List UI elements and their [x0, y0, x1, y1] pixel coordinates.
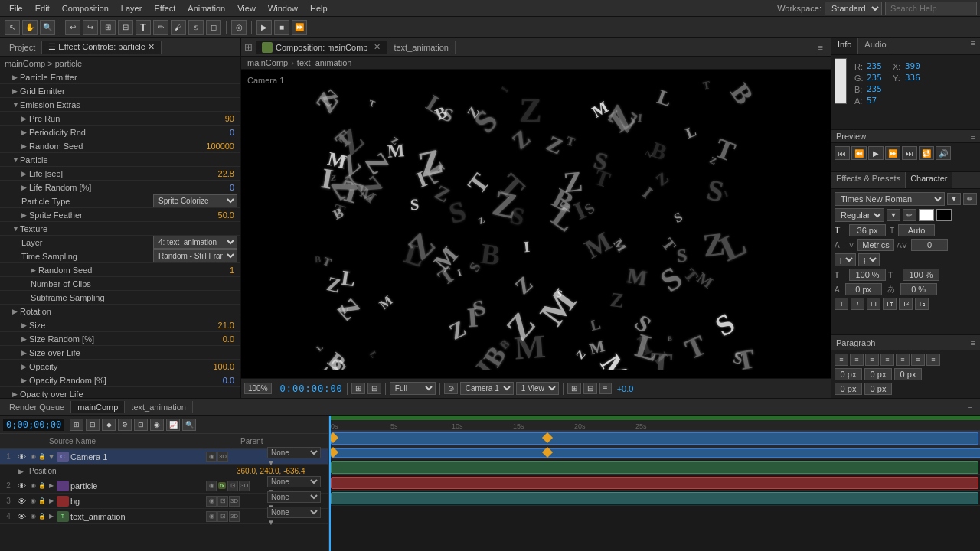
char-tsuku-input[interactable] — [900, 283, 937, 295]
menu-effect[interactable]: Effect — [148, 2, 181, 15]
tl-layer-vis-3[interactable]: 👁 — [15, 497, 28, 506]
tl-layer-solo-2[interactable]: ◉ — [28, 482, 38, 489]
tl-parent-select-1[interactable]: None — [267, 447, 321, 458]
ec-row-particle-emitter[interactable]: ▶ Particle Emitter — [0, 70, 240, 84]
char-paint-icon2[interactable]: ✏ — [903, 209, 916, 221]
workspace-select[interactable]: Standard — [825, 2, 882, 15]
ec-row-opacity-over-life[interactable]: ▶ Opacity over Life — [0, 387, 240, 398]
para-space-before[interactable] — [835, 383, 862, 395]
tl-icon-blend-4[interactable]: ⊡ — [217, 511, 228, 522]
tab-text-animation[interactable]: text_animation — [387, 41, 456, 54]
menu-window[interactable]: Window — [262, 2, 304, 15]
tl-parent-select-4[interactable]: None — [267, 507, 321, 518]
triangle-texture-seed[interactable]: ▶ — [31, 266, 38, 274]
para-space-after[interactable] — [864, 383, 892, 395]
vc-mask-btn[interactable]: ⊙ — [444, 383, 458, 394]
triangle-opacity-random[interactable]: ▶ — [21, 377, 29, 384]
tab-effects-presets[interactable]: Effects & Presets — [831, 172, 906, 188]
vc-view-select[interactable]: 1 View — [516, 382, 559, 395]
ec-value-random-seed[interactable]: 100000 — [188, 142, 234, 151]
tl-icon-motion-3[interactable]: ◉ — [206, 496, 217, 507]
triangle-rotation[interactable]: ▶ — [12, 308, 20, 315]
triangle-particle-emitter[interactable]: ▶ — [12, 73, 20, 81]
breadcrumb-main[interactable]: mainComp — [247, 58, 288, 67]
toolbar-stop[interactable]: ■ — [274, 20, 289, 35]
triangle-life-random[interactable]: ▶ — [21, 184, 29, 191]
toolbar-redo[interactable]: ↪ — [83, 20, 98, 35]
tl-expand-4[interactable]: ▶ — [49, 513, 54, 520]
char-style-menu[interactable]: ▼ — [887, 209, 900, 221]
tl-icon-3d-4[interactable]: 3D — [229, 511, 240, 522]
comp-panel-menu[interactable]: ≡ — [814, 43, 828, 52]
triangle-size-random[interactable]: ▶ — [21, 335, 29, 343]
breadcrumb-text-animation[interactable]: text_animation — [297, 58, 352, 67]
toolbar-eraser[interactable]: ◻ — [206, 20, 221, 35]
triangle-size-over-life[interactable]: ▶ — [21, 349, 29, 357]
ec-value-size-random[interactable]: 0.0 — [188, 334, 234, 344]
triangle-life-sec[interactable]: ▶ — [21, 170, 29, 178]
vc-grid-btn[interactable]: ⊞ — [567, 383, 581, 394]
tl-layer-lock-2[interactable]: 🔒 — [38, 482, 49, 489]
char-unit-select2[interactable]: px — [858, 253, 880, 266]
tl-toggle-cols[interactable]: ⊟ — [86, 419, 100, 431]
triangle-random-seed[interactable]: ▶ — [21, 142, 29, 150]
tl-layer-row-4[interactable]: 4 👁 ◉ 🔒 ▶ T text_animation ◉ ⊡ 3D None ▼ — [0, 509, 328, 524]
para-justify[interactable]: ≡ — [880, 354, 894, 366]
char-baseline-input[interactable] — [845, 283, 882, 295]
triangle-texture[interactable]: ▼ — [12, 225, 20, 233]
tl-layer-solo-4[interactable]: ◉ — [28, 513, 38, 520]
triangle-grid-emitter[interactable]: ▶ — [12, 87, 20, 95]
tl-icon-3d-2[interactable]: 3D — [239, 481, 250, 491]
tab-main-comp[interactable]: Composition: mainComp ✕ — [256, 41, 387, 54]
menu-layer[interactable]: Layer — [115, 2, 149, 15]
tl-tab-text-animation[interactable]: text_animation — [125, 401, 193, 413]
info-color-swatch[interactable] — [835, 58, 847, 104]
char-unit-select[interactable]: px — [835, 253, 856, 266]
ec-row-particle[interactable]: ▼ Particle — [0, 153, 240, 167]
toolbar-clone[interactable]: ⎋ — [188, 20, 204, 35]
triangle-periodicity[interactable]: ▶ — [21, 129, 29, 136]
tl-layer-vis-4[interactable]: 👁 — [15, 512, 28, 521]
toolbar-hand[interactable]: ✋ — [22, 20, 38, 35]
ec-row-emission-extras[interactable]: ▼ Emission Extras — [0, 98, 240, 112]
char-color-box2[interactable] — [936, 209, 952, 221]
ec-row-grid-emitter[interactable]: ▶ Grid Emitter — [0, 84, 240, 98]
ec-dropdown-texture-layer[interactable]: 4: text_animation — [153, 236, 237, 249]
preview-step-forward[interactable]: ⏩ — [885, 146, 900, 160]
tl-layer-vis-2[interactable]: 👁 — [15, 481, 28, 491]
toolbar-play[interactable]: ▶ — [256, 20, 272, 35]
triangle-opacity[interactable]: ▶ — [21, 363, 29, 370]
char-color-box[interactable] — [919, 209, 934, 221]
preview-step-back[interactable]: ⏪ — [851, 146, 867, 160]
char-vscale-input[interactable] — [903, 269, 939, 281]
toolbar-snap[interactable]: ⊞ — [100, 20, 116, 35]
tab-effect-controls[interactable]: ☰ Effect Controls: particle ✕ — [42, 41, 162, 54]
triangle-opacity-over-life[interactable]: ▶ — [12, 390, 20, 398]
tab-info[interactable]: Info — [831, 38, 858, 54]
tl-motion-blur[interactable]: ◉ — [150, 419, 164, 431]
char-font-select[interactable]: Times New Roman — [835, 192, 945, 206]
menu-animation[interactable]: Animation — [181, 2, 231, 15]
tl-expand-1[interactable]: ▶ — [48, 455, 55, 459]
ec-value-periodicity[interactable]: 0 — [188, 128, 234, 137]
tab-character[interactable]: Character — [906, 172, 952, 188]
fmt-sub[interactable]: T₂ — [915, 298, 929, 310]
toolbar-undo[interactable]: ↩ — [65, 20, 80, 35]
char-font-menu[interactable]: ▼ — [947, 193, 961, 205]
ec-value-opacity-random[interactable]: 0.0 — [188, 376, 234, 385]
tl-layer-solo-3[interactable]: ◉ — [28, 497, 38, 504]
ec-value-opacity[interactable]: 100.0 — [188, 362, 234, 371]
para-justify2[interactable]: ≡ — [896, 354, 910, 366]
para-first-indent[interactable] — [894, 368, 922, 380]
tl-icon-3d-1[interactable]: 3D — [217, 452, 228, 462]
vc-snap-btn[interactable]: ⊞ — [351, 383, 365, 394]
menu-edit[interactable]: Edit — [29, 2, 56, 15]
tl-toggle-switches[interactable]: ⊞ — [70, 419, 83, 431]
char-paint-icon[interactable]: ✏ — [963, 193, 977, 205]
triangle-particle[interactable]: ▼ — [12, 156, 20, 164]
toolbar-zoom[interactable]: 🔍 — [40, 20, 55, 35]
tl-tab-main-comp[interactable]: mainComp — [71, 401, 125, 413]
para-right-indent[interactable] — [864, 368, 892, 380]
fmt-italic[interactable]: T — [851, 298, 864, 310]
triangle-emission-extras[interactable]: ▼ — [12, 101, 20, 109]
